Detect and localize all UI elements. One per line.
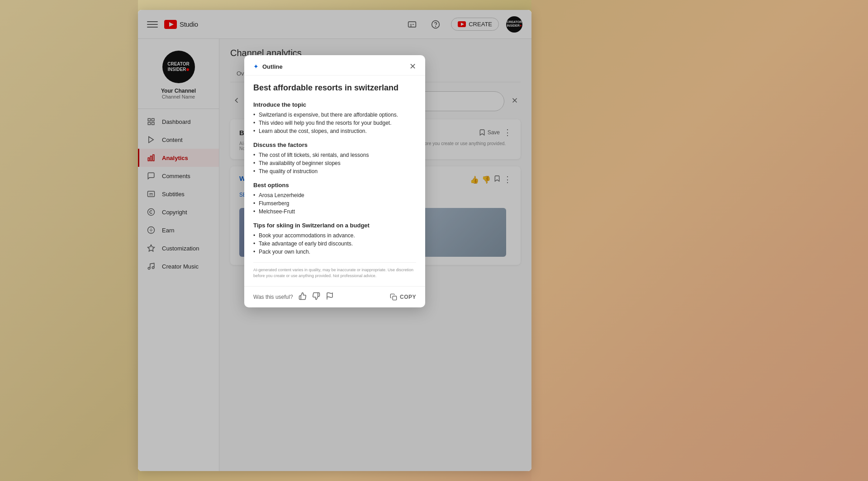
outline-modal: ✦ Outline ✕ Best affordable resorts in s… — [244, 55, 425, 307]
feedback-label: Was this useful? — [253, 294, 293, 300]
svg-rect-23 — [393, 296, 397, 300]
section-heading-3: Best options — [253, 182, 416, 189]
modal-header-title: Outline — [262, 63, 283, 70]
section-heading-2: Discuss the factors — [253, 141, 416, 148]
modal-close-button[interactable]: ✕ — [409, 62, 416, 71]
bullet-item: The availability of beginner slopes — [253, 159, 416, 167]
bullet-item: Flumserberg — [253, 199, 416, 207]
modal-overlay: ✦ Outline ✕ Best affordable resorts in s… — [138, 10, 531, 471]
modal-header-left: ✦ Outline — [253, 63, 283, 70]
modal-header: ✦ Outline ✕ — [244, 55, 425, 75]
bullet-list-4: Book your accommodations in advance. Tak… — [253, 231, 416, 256]
bullet-item: The quality of instruction — [253, 167, 416, 175]
bullet-item: Take advantage of early bird discounts. — [253, 240, 416, 248]
bullet-item: Switzerland is expensive, but there are … — [253, 111, 416, 119]
modal-disclaimer: AI-generated content varies in quality, … — [253, 262, 416, 278]
bullet-item: Book your accommodations in advance. — [253, 231, 416, 240]
outline-sparkle-icon: ✦ — [253, 63, 259, 70]
thumbs-down-button[interactable] — [312, 292, 320, 302]
section-heading-1: Introduce the topic — [253, 101, 416, 108]
bullet-list-2: The cost of lift tickets, ski rentals, a… — [253, 151, 416, 175]
modal-footer: Was this useful? COPY — [244, 286, 425, 307]
modal-main-title: Best affordable resorts in switzerland — [253, 83, 416, 93]
bullet-item: Arosa Lenzerheide — [253, 191, 416, 199]
flag-button[interactable] — [326, 292, 334, 302]
bullet-item: Learn about the cost, slopes, and instru… — [253, 127, 416, 135]
bullet-item: Pack your own lunch. — [253, 248, 416, 256]
feedback-area: Was this useful? — [253, 292, 334, 302]
main-window: Studio CREATE — [138, 10, 531, 471]
copy-button[interactable]: COPY — [390, 293, 416, 301]
modal-body: Best affordable resorts in switzerland I… — [244, 75, 425, 286]
bullet-list-3: Arosa Lenzerheide Flumserberg Melchsee-F… — [253, 191, 416, 216]
bullet-list-1: Switzerland is expensive, but there are … — [253, 111, 416, 135]
bullet-item: The cost of lift tickets, ski rentals, a… — [253, 151, 416, 159]
bullet-item: This video will help you find the resort… — [253, 119, 416, 127]
thumbs-up-button[interactable] — [299, 292, 307, 302]
bullet-item: Melchsee-Frutt — [253, 207, 416, 216]
section-heading-4: Tips for skiing in Switzerland on a budg… — [253, 222, 416, 229]
